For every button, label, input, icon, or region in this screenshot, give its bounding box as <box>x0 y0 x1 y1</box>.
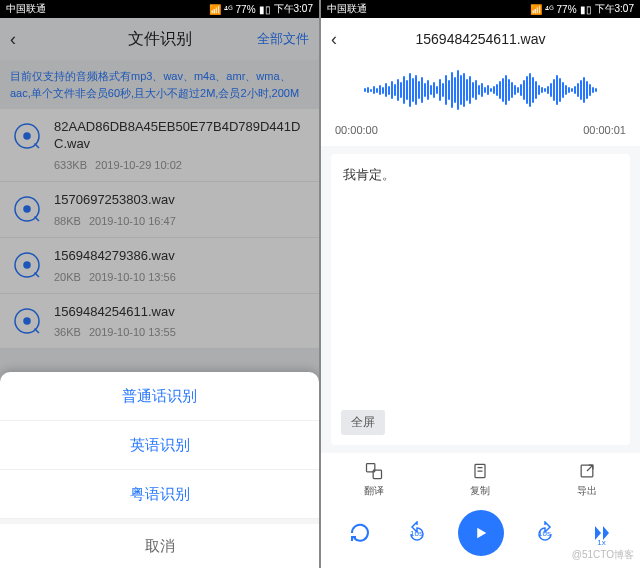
wave-bar <box>505 75 507 105</box>
wave-bar <box>478 85 480 95</box>
battery-icon: ▮▯ <box>259 4 271 15</box>
wave-bar <box>412 78 414 102</box>
wave-bar <box>487 85 489 95</box>
back-icon[interactable]: ‹ <box>331 29 337 50</box>
signal-icon: 📶 ⁴ᴳ <box>209 4 233 15</box>
file-name: 82AAD86DB8A45EB50E77B4D789D441DC.wav <box>54 119 307 153</box>
wave-bar <box>526 76 528 104</box>
wave-bar <box>577 83 579 97</box>
play-button[interactable] <box>458 510 504 556</box>
mandarin-option[interactable]: 普通话识别 <box>0 372 319 421</box>
wave-bar <box>409 73 411 107</box>
speed-button[interactable]: 1x <box>586 517 618 549</box>
wave-bar <box>421 77 423 103</box>
wave-bar <box>544 88 546 92</box>
wave-bar <box>439 79 441 101</box>
nav-bar: ‹ 文件识别 全部文件 <box>0 18 319 60</box>
tool-row: 翻译 复制 导出 <box>321 453 640 502</box>
file-row[interactable]: 82AAD86DB8A45EB50E77B4D789D441DC.wav 633… <box>0 109 319 182</box>
wave-bar <box>403 76 405 104</box>
wave-bar <box>571 88 573 92</box>
wave-bar <box>388 86 390 95</box>
wave-bar <box>568 87 570 93</box>
svg-point-7 <box>23 317 31 325</box>
tool-label: 翻译 <box>364 484 384 498</box>
play-icon <box>472 524 490 542</box>
wave-bar <box>538 85 540 95</box>
clock: 下午3:07 <box>595 2 634 16</box>
file-size: 20KB <box>54 271 81 283</box>
wave-bar <box>535 81 537 99</box>
rewind-10s-button[interactable]: 10s <box>401 517 433 549</box>
wave-bar <box>541 87 543 93</box>
file-name: 1569484279386.wav <box>54 248 307 265</box>
copy-icon <box>470 461 490 481</box>
loop-icon <box>348 521 372 545</box>
forward-10s-button[interactable]: 10s <box>529 517 561 549</box>
wave-bar <box>529 73 531 107</box>
wave-bar <box>400 82 402 98</box>
transcript-area: 我肯定。 全屏 <box>331 154 630 445</box>
audio-file-icon <box>12 306 42 336</box>
wave-bar <box>460 75 462 105</box>
all-files-button[interactable]: 全部文件 <box>257 30 309 48</box>
file-row[interactable]: 1569484254611.wav 36KB2019-10-10 13:55 <box>0 294 319 350</box>
file-date: 2019-10-29 10:02 <box>95 159 182 171</box>
file-list: 82AAD86DB8A45EB50E77B4D789D441DC.wav 633… <box>0 109 319 349</box>
copy-button[interactable]: 复制 <box>470 461 490 498</box>
wave-bar <box>559 78 561 102</box>
file-date: 2019-10-10 16:47 <box>89 215 176 227</box>
wave-bar <box>370 89 372 92</box>
wave-bar <box>457 70 459 110</box>
translate-button[interactable]: 翻译 <box>364 461 384 498</box>
wave-bar <box>436 86 438 94</box>
back-icon[interactable]: ‹ <box>10 29 16 50</box>
wave-bar <box>586 81 588 99</box>
wave-bar <box>565 85 567 95</box>
wave-bar <box>589 84 591 96</box>
cancel-button[interactable]: 取消 <box>0 519 319 568</box>
wave-bar <box>463 73 465 107</box>
wave-bar <box>583 77 585 103</box>
cantonese-option[interactable]: 粤语识别 <box>0 470 319 519</box>
wave-bar <box>382 87 384 94</box>
wave-bar <box>466 79 468 101</box>
wave-bar <box>547 86 549 94</box>
status-bar: 中国联通 📶 ⁴ᴳ 77% ▮▯ 下午3:07 <box>321 0 640 18</box>
audio-file-icon <box>12 121 42 151</box>
fullscreen-button[interactable]: 全屏 <box>341 410 385 435</box>
wave-bar <box>532 77 534 103</box>
wave-bar <box>394 84 396 96</box>
file-size: 88KB <box>54 215 81 227</box>
file-row[interactable]: 1569484279386.wav 20KB2019-10-10 13:56 <box>0 238 319 294</box>
file-row[interactable]: 1570697253803.wav 88KB2019-10-10 16:47 <box>0 182 319 238</box>
wave-bar <box>595 88 597 92</box>
wave-bar <box>379 85 381 95</box>
wave-bar <box>496 84 498 96</box>
wave-bar <box>493 86 495 94</box>
wave-bar <box>397 79 399 101</box>
file-date: 2019-10-10 13:56 <box>89 271 176 283</box>
export-button[interactable]: 导出 <box>577 461 597 498</box>
wave-bar <box>574 86 576 94</box>
wave-bar <box>373 86 375 94</box>
battery-icon: ▮▯ <box>580 4 592 15</box>
english-option[interactable]: 英语识别 <box>0 421 319 470</box>
carrier: 中国联通 <box>327 2 367 16</box>
time-row: 00:00:00 00:00:01 <box>321 120 640 146</box>
wave-bar <box>364 88 366 92</box>
wave-bar <box>424 83 426 97</box>
svg-point-1 <box>23 132 31 140</box>
waveform[interactable] <box>321 60 640 120</box>
loop-button[interactable] <box>344 517 376 549</box>
time-start: 00:00:00 <box>335 124 378 136</box>
wave-bar <box>517 87 519 93</box>
audio-file-icon <box>12 250 42 280</box>
phone-left: 中国联通 📶 ⁴ᴳ 77% ▮▯ 下午3:07 ‹ 文件识别 全部文件 目前仅支… <box>0 0 319 568</box>
page-title: 文件识别 <box>128 29 192 50</box>
format-hint: 目前仅支持的音频格式有mp3、wav、m4a、amr、wma、aac,单个文件非… <box>0 60 319 109</box>
wave-bar <box>508 79 510 101</box>
wave-bar <box>484 87 486 93</box>
battery-percent: 77% <box>557 4 577 15</box>
wave-bar <box>448 80 450 100</box>
